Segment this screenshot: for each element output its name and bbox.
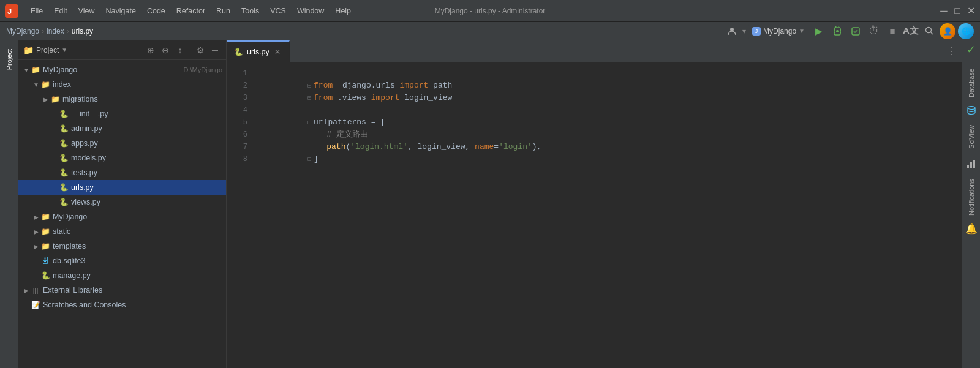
- tree-item-migrations[interactable]: ▶ 📁 migrations: [18, 92, 226, 107]
- code-area[interactable]: ⊟from django.urls import path ⊟from .vie…: [255, 62, 962, 368]
- tab-more-button[interactable]: ⋮: [942, 40, 962, 62]
- app-logo: J: [5, 4, 18, 18]
- tree-label-db: db.sqlite3: [53, 257, 222, 265]
- vtab-project[interactable]: Project: [4, 44, 14, 75]
- search-button[interactable]: [921, 23, 937, 39]
- menu-navigate[interactable]: Navigate: [101, 6, 141, 17]
- line-num-3: 3: [227, 92, 255, 104]
- editor-content: 1 2 3 4 5 6 7 8 ⊟from django.urls import…: [227, 62, 962, 368]
- toggle-migrations[interactable]: ▶: [42, 95, 50, 103]
- tree-label-static: static: [53, 227, 222, 236]
- chart-icon[interactable]: [966, 159, 977, 171]
- tree-item-static[interactable]: ▶ 📁 static: [18, 224, 226, 239]
- run-config-label: MyDjango: [763, 27, 796, 36]
- tab-close-urls[interactable]: ✕: [273, 48, 282, 56]
- tree-label-models: models.py: [71, 154, 222, 162]
- bell-icon[interactable]: 🔔: [965, 223, 978, 235]
- menu-code[interactable]: Code: [142, 6, 170, 17]
- file-icon-init: 🐍: [59, 109, 69, 119]
- menu-file[interactable]: File: [26, 6, 48, 17]
- line-num-2: 2: [227, 80, 255, 92]
- tree-item-mydjango2[interactable]: ▶ 📁 MyDjango: [18, 209, 226, 224]
- tree-label-mydjango: MyDjango: [43, 66, 179, 74]
- tree-item-index[interactable]: ▼ 📁 index: [18, 77, 226, 92]
- menu-refactor[interactable]: Refactor: [172, 6, 210, 17]
- close-button[interactable]: ✕: [967, 7, 975, 15]
- breadcrumb-urls[interactable]: urls.py: [72, 27, 93, 36]
- tree-item-db[interactable]: 🗄 db.sqlite3: [18, 253, 226, 268]
- tree-item-apps[interactable]: 🐍 apps.py: [18, 136, 226, 151]
- breadcrumb-index[interactable]: index: [47, 27, 64, 36]
- debug-button[interactable]: [829, 23, 845, 39]
- toggle-external[interactable]: ▶: [22, 286, 31, 295]
- left-vtab: Project: [0, 40, 18, 368]
- sidebar-sort-btn[interactable]: ↕: [174, 44, 186, 56]
- profile-button[interactable]: ⏱: [866, 23, 882, 39]
- minimize-button[interactable]: ─: [940, 7, 948, 15]
- tree-path-mydjango: D:\MyDjango: [183, 66, 222, 73]
- right-tab-notifications-label: Notifications: [968, 179, 975, 216]
- toggle-mydjango2[interactable]: ▶: [32, 212, 40, 221]
- tree-label-manage: manage.py: [53, 271, 222, 280]
- tree-item-templates[interactable]: ▶ 📁 templates: [18, 239, 226, 253]
- translate-button[interactable]: A文: [903, 23, 919, 39]
- user-avatar[interactable]: 👤: [940, 23, 956, 39]
- sidebar-settings-btn[interactable]: ⚙: [194, 44, 206, 56]
- breadcrumb-mydjango[interactable]: MyDjango: [6, 27, 39, 36]
- toggle-root[interactable]: ▼: [22, 66, 31, 74]
- tree-label-external: External Libraries: [43, 286, 222, 295]
- menu-vcs[interactable]: VCS: [265, 6, 291, 17]
- toggle-index[interactable]: ▼: [32, 80, 40, 89]
- tree-item-root[interactable]: ▼ 📁 MyDjango D:\MyDjango: [18, 62, 226, 77]
- line-num-6: 6: [227, 129, 255, 141]
- tab-urls[interactable]: 🐍 urls.py ✕: [227, 40, 290, 62]
- fold-arrow-2: ⊟: [307, 95, 311, 102]
- stop-button[interactable]: ■: [884, 23, 900, 39]
- tree-item-manage[interactable]: 🐍 manage.py: [18, 268, 226, 283]
- toggle-static[interactable]: ▶: [32, 227, 40, 236]
- account-button[interactable]: [724, 23, 740, 39]
- tab-icon-urls: 🐍: [234, 48, 243, 56]
- checkmark-icon[interactable]: ✓: [967, 43, 976, 56]
- sidebar-dropdown-arrow[interactable]: ▼: [61, 47, 67, 53]
- tree-item-admin[interactable]: 🐍 admin.py: [18, 121, 226, 136]
- menu-edit[interactable]: Edit: [49, 6, 72, 17]
- db-icon: 🗄: [40, 256, 50, 266]
- run-config-arrow: ▼: [799, 28, 805, 34]
- folder-icon-mydjango2: 📁: [40, 212, 50, 222]
- tree-item-init[interactable]: 🐍 __init__.py: [18, 107, 226, 121]
- coverage-button[interactable]: [848, 23, 864, 39]
- right-tab-notifications[interactable]: Notifications: [967, 174, 976, 220]
- folder-icon-static: 📁: [40, 227, 50, 236]
- folder-icon-migrations: 📁: [50, 94, 60, 104]
- menu-view[interactable]: View: [74, 6, 100, 17]
- tree-item-tests[interactable]: 🐍 tests.py: [18, 165, 226, 180]
- database-icon[interactable]: [966, 105, 977, 118]
- right-tab-sciview[interactable]: SciView: [967, 120, 976, 154]
- toggle-templates[interactable]: ▶: [32, 242, 40, 250]
- tree-item-external[interactable]: ▶ ||| External Libraries: [18, 283, 226, 298]
- file-icon-models: 🐍: [59, 153, 69, 163]
- menu-window[interactable]: Window: [292, 6, 329, 17]
- tree-label-init: __init__.py: [71, 110, 222, 118]
- tree-item-scratches[interactable]: 📝 Scratches and Consoles: [18, 298, 226, 312]
- globe-icon[interactable]: 🌐: [958, 23, 974, 39]
- editor-area: 🐍 urls.py ✕ ⋮ 1 2 3 4 5 6 7 8: [227, 40, 962, 368]
- tree-item-urls[interactable]: 🐍 urls.py: [18, 180, 226, 195]
- menu-run[interactable]: Run: [211, 6, 235, 17]
- run-button[interactable]: ▶: [811, 23, 827, 39]
- titlebar: J File Edit View Navigate Code Refactor …: [0, 0, 980, 22]
- breadcrumb-bar: MyDjango › index › urls.py ▾ J MyDjango …: [0, 22, 980, 40]
- right-tab-database[interactable]: Database: [967, 64, 976, 102]
- sidebar-add-btn[interactable]: ⊕: [145, 44, 157, 56]
- tree-label-scratches: Scratches and Consoles: [43, 301, 222, 309]
- sidebar-minimize-btn[interactable]: ─: [209, 44, 221, 56]
- tree-item-views[interactable]: 🐍 views.py: [18, 195, 226, 209]
- sidebar-collapse-btn[interactable]: ⊖: [159, 44, 172, 56]
- maximize-button[interactable]: □: [953, 7, 962, 15]
- tree-item-models[interactable]: 🐍 models.py: [18, 151, 226, 165]
- run-config-selector[interactable]: J MyDjango ▼: [748, 23, 809, 39]
- sidebar: 📁 Project ▼ ⊕ ⊖ ↕ ⚙ ─ ▼ 📁 MyDjango D:\My…: [18, 40, 227, 368]
- menu-help[interactable]: Help: [330, 6, 356, 17]
- menu-tools[interactable]: Tools: [236, 6, 264, 17]
